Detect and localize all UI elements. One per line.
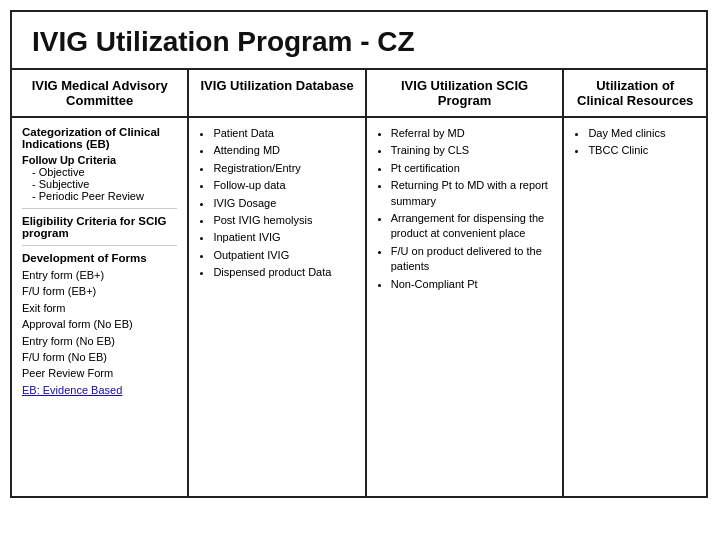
follow-up-item-subjective: - Subjective [22, 178, 177, 190]
db-item-8: Dispensed product Data [213, 265, 354, 280]
categorization-label: Categorization of Clinical Indications (… [22, 126, 177, 150]
db-item-2: Registration/Entry [213, 161, 354, 176]
body-col3: Referral by MD Training by CLS Pt certif… [367, 118, 565, 496]
dev-form-item-4: Entry form (No EB) [22, 334, 177, 349]
main-container: IVIG Utilization Program - CZ IVIG Medic… [10, 10, 708, 498]
body-col1: Categorization of Clinical Indications (… [12, 118, 189, 496]
scig-item-5: F/U on product delivered to the patients [391, 244, 553, 275]
dev-forms-title: Development of Forms [22, 252, 177, 264]
body-col4: Day Med clinics TBCC Clinic [564, 118, 706, 496]
eligibility-label: Eligibility Criteria for SCIG program [22, 215, 177, 239]
header-col4: Utilization of Clinical Resources [564, 70, 706, 116]
db-item-6: Inpatient IVIG [213, 230, 354, 245]
dev-form-item-5: F/U form (No EB) [22, 350, 177, 365]
dev-forms-section: Development of Forms Entry form (EB+) F/… [22, 245, 177, 398]
header-col1: IVIG Medical Advisory Committee [12, 70, 189, 116]
scig-item-0: Referral by MD [391, 126, 553, 141]
follow-up-item-peer: - Periodic Peer Review [22, 190, 177, 202]
scig-list: Referral by MD Training by CLS Pt certif… [377, 126, 553, 292]
header-row: IVIG Medical Advisory Committee IVIG Uti… [12, 68, 706, 116]
clinical-resources-list: Day Med clinics TBCC Clinic [574, 126, 696, 159]
header-col2: IVIG Utilization Database [189, 70, 366, 116]
scig-item-2: Pt certification [391, 161, 553, 176]
dev-form-item-6: Peer Review Form [22, 366, 177, 381]
db-item-7: Outpatient IVIG [213, 248, 354, 263]
scig-item-4: Arrangement for dispensing the product a… [391, 211, 553, 242]
db-item-3: Follow-up data [213, 178, 354, 193]
eligibility-section: Eligibility Criteria for SCIG program [22, 208, 177, 239]
dev-form-item-2: Exit form [22, 301, 177, 316]
header-col3: IVIG Utilization SCIG Program [367, 70, 565, 116]
scig-item-6: Non-Compliant Pt [391, 277, 553, 292]
dev-form-item-1: F/U form (EB+) [22, 284, 177, 299]
cr-item-1: TBCC Clinic [588, 143, 696, 158]
body-row: Categorization of Clinical Indications (… [12, 116, 706, 496]
evidence-based-link[interactable]: EB: Evidence Based [22, 383, 177, 398]
follow-up-item-objective: - Objective [22, 166, 177, 178]
dev-form-item-3: Approval form (No EB) [22, 317, 177, 332]
scig-item-3: Returning Pt to MD with a report summary [391, 178, 553, 209]
database-list: Patient Data Attending MD Registration/E… [199, 126, 354, 281]
cr-item-0: Day Med clinics [588, 126, 696, 141]
db-item-5: Post IVIG hemolysis [213, 213, 354, 228]
body-col2: Patient Data Attending MD Registration/E… [189, 118, 366, 496]
db-item-4: IVIG Dosage [213, 196, 354, 211]
scig-item-1: Training by CLS [391, 143, 553, 158]
follow-up-title: Follow Up Criteria [22, 154, 177, 166]
dev-form-item-0: Entry form (EB+) [22, 268, 177, 283]
db-item-1: Attending MD [213, 143, 354, 158]
page-title: IVIG Utilization Program - CZ [12, 12, 706, 68]
db-item-0: Patient Data [213, 126, 354, 141]
follow-up-section: Follow Up Criteria - Objective - Subject… [22, 154, 177, 202]
